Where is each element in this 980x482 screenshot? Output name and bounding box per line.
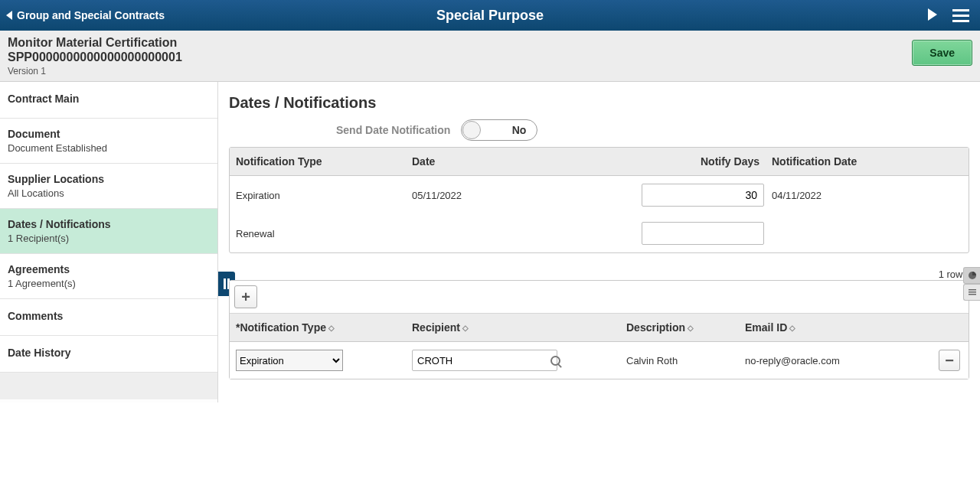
sidebar-item-supplier-locations[interactable]: Supplier Locations All Locations	[0, 164, 217, 209]
lookup-button[interactable]	[550, 356, 560, 366]
cell-type: Renewal	[230, 220, 406, 247]
chart-view-tab[interactable]	[963, 267, 980, 284]
cell-notification-date	[766, 226, 969, 241]
page-title: Special Purpose	[0, 8, 980, 24]
search-icon	[550, 356, 560, 366]
sidebar-sublabel: Document Established	[8, 142, 107, 154]
cell-description: Calvin Roth	[620, 347, 739, 374]
pie-icon	[968, 271, 977, 280]
svg-rect-1	[969, 289, 976, 291]
sidebar-label: Document	[8, 128, 210, 140]
sidebar-label: Dates / Notifications	[8, 218, 210, 230]
svg-rect-3	[969, 294, 976, 295]
notify-days-input[interactable]	[642, 184, 764, 207]
sidebar-sublabel: 1 Agreement(s)	[8, 278, 76, 289]
sidebar-label: Supplier Locations	[8, 173, 210, 185]
menu-button[interactable]	[952, 9, 969, 22]
send-date-notification-toggle[interactable]: No	[461, 119, 537, 141]
gcol-type[interactable]: *Notification Type◇	[230, 314, 406, 341]
sidebar-item-agreements[interactable]: Agreements 1 Agreement(s)	[0, 254, 217, 299]
col-notification-type: Notification Type	[230, 148, 406, 175]
recipient-input[interactable]	[413, 355, 550, 366]
sort-icon: ◇	[789, 324, 795, 332]
remove-row-button[interactable]: −	[939, 350, 960, 371]
toggle-value: No	[512, 124, 527, 136]
version-label: Version 1	[8, 66, 182, 77]
cell-notification-date: 04/11/2022	[766, 182, 969, 209]
chevron-right-icon	[928, 8, 937, 21]
notification-type-select[interactable]: Expiration	[236, 350, 343, 371]
sidebar-label: Contract Main	[8, 93, 210, 105]
sort-icon: ◇	[688, 324, 694, 332]
table-row: Renewal	[230, 214, 969, 252]
sort-icon: ◇	[328, 324, 335, 332]
sidebar-sublabel: 1 Recipient(s)	[8, 233, 69, 244]
sidebar-item-dates-notifications[interactable]: Dates / Notifications 1 Recipient(s)	[0, 209, 217, 254]
subtitle-line2: SPP0000000000000000000001	[8, 50, 182, 64]
cell-type: Expiration	[230, 182, 406, 209]
cell-email: no-reply@oracle.com	[739, 347, 930, 374]
gcol-recipient[interactable]: Recipient◇	[406, 314, 620, 341]
svg-rect-2	[969, 291, 976, 293]
notify-days-input[interactable]	[642, 222, 764, 245]
table-row: Expiration 05/11/2022 04/11/2022	[230, 176, 969, 214]
sidebar-item-date-history[interactable]: Date History	[0, 336, 217, 373]
sidebar-item-contract-main[interactable]: Contract Main	[0, 82, 217, 119]
col-notification-date: Notification Date	[766, 148, 969, 175]
sidebar-sublabel: All Locations	[8, 187, 64, 199]
cell-date: 05/11/2022	[406, 182, 635, 209]
notifications-panel: Notification Type Date Notify Days Notif…	[229, 147, 969, 253]
toggle-label: Send Date Notification	[336, 124, 450, 136]
sidebar-label: Agreements	[8, 263, 210, 275]
toggle-knob-icon	[462, 121, 481, 139]
gcol-email[interactable]: Email ID◇	[739, 314, 930, 341]
list-icon	[968, 288, 977, 297]
next-button[interactable]	[928, 8, 937, 23]
section-title: Dates / Notifications	[229, 94, 969, 112]
sort-icon: ◇	[462, 324, 469, 332]
row-count: 1 rows	[229, 269, 969, 280]
sidebar: Contract Main Document Document Establis…	[0, 82, 218, 402]
sidebar-item-comments[interactable]: Comments	[0, 299, 217, 336]
col-notify-days: Notify Days	[635, 148, 766, 175]
sidebar-label: Date History	[8, 347, 210, 359]
sidebar-item-document[interactable]: Document Document Established	[0, 119, 217, 164]
save-button[interactable]: Save	[912, 40, 972, 66]
recipients-grid: + *Notification Type◇ Recipient◇ Descrip…	[229, 280, 969, 379]
col-date: Date	[406, 148, 635, 175]
gcol-description[interactable]: Description◇	[620, 314, 739, 341]
list-view-tab[interactable]	[963, 284, 980, 301]
sidebar-label: Comments	[8, 310, 210, 322]
add-row-button[interactable]: +	[234, 285, 257, 308]
grid-row: Expiration Calvin Roth no-reply@oracle.c…	[230, 342, 969, 379]
sidebar-spacer	[0, 373, 217, 399]
subtitle-line1: Monitor Material Certification	[8, 35, 182, 50]
cell-date	[406, 226, 635, 241]
